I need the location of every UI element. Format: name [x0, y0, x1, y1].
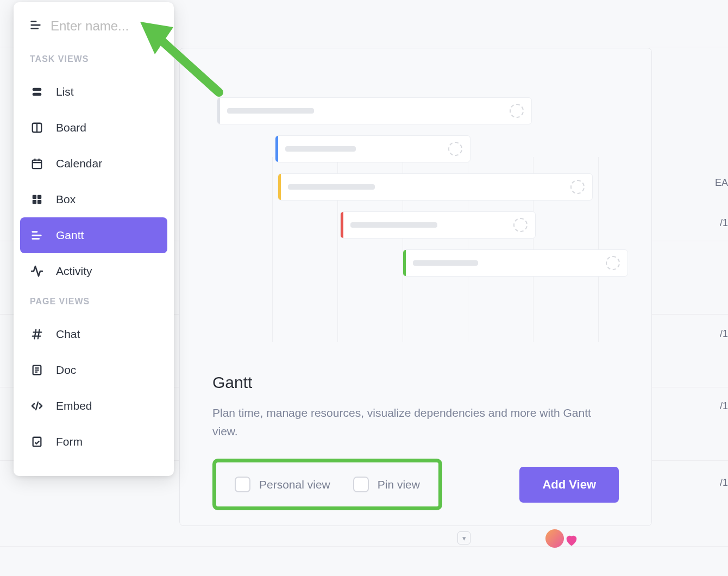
gantt-preview-bar: [278, 173, 593, 201]
options-highlight: Personal view Pin view: [212, 459, 442, 510]
view-item-label: Doc: [56, 364, 76, 377]
view-item-label: Calendar: [56, 157, 102, 170]
pin-view-label: Pin view: [378, 478, 420, 491]
board-icon: [30, 121, 44, 135]
svg-rect-13: [33, 200, 36, 204]
gantt-icon: [30, 19, 42, 33]
view-item-label: List: [56, 85, 74, 98]
view-item-chat[interactable]: Chat: [20, 316, 167, 352]
personal-view-option[interactable]: Personal view: [235, 477, 330, 492]
detail-title: Gantt: [212, 373, 619, 392]
svg-line-20: [34, 330, 36, 339]
svg-line-21: [38, 330, 40, 339]
heart-icon: [564, 533, 579, 548]
personal-view-checkbox[interactable]: [235, 477, 250, 492]
hash-icon: [30, 327, 44, 341]
view-item-list[interactable]: List: [20, 74, 167, 110]
doc-icon: [30, 363, 44, 377]
view-item-label: Activity: [56, 265, 92, 278]
view-item-label: Form: [56, 435, 83, 448]
add-view-button[interactable]: Add View: [519, 467, 619, 503]
svg-rect-3: [33, 88, 42, 91]
svg-rect-27: [33, 437, 41, 447]
svg-rect-14: [37, 200, 41, 204]
view-picker-panel: TASK VIEWS List Board Calendar Box Gantt: [14, 2, 174, 476]
view-item-label: Box: [56, 193, 76, 206]
view-item-box[interactable]: Box: [20, 181, 167, 217]
activity-icon: [30, 264, 44, 278]
embed-icon: [30, 399, 44, 413]
svg-line-26: [36, 402, 38, 410]
calendar-icon: [30, 156, 44, 171]
page-views-header: PAGE VIEWS: [14, 289, 174, 316]
view-name-input[interactable]: [51, 18, 158, 34]
gantt-preview-bar: [275, 135, 470, 162]
view-item-activity[interactable]: Activity: [20, 253, 167, 289]
svg-rect-12: [37, 195, 41, 199]
background-text: EA: [715, 177, 728, 189]
detail-description: Plan time, manage resources, visualize d…: [212, 404, 619, 440]
view-detail-panel: Gantt Plan time, manage resources, visua…: [179, 48, 652, 526]
gantt-preview-bar: [217, 97, 532, 124]
background-text: /1: [720, 328, 728, 340]
background-text: /1: [720, 400, 728, 412]
svg-rect-7: [33, 160, 42, 169]
view-item-embed[interactable]: Embed: [20, 388, 167, 424]
list-icon: [30, 85, 44, 99]
view-item-calendar[interactable]: Calendar: [20, 146, 167, 181]
view-item-form[interactable]: Form: [20, 424, 167, 460]
background-text: /1: [720, 477, 728, 489]
view-item-label: Embed: [56, 399, 92, 412]
gantt-preview: [180, 97, 651, 342]
personal-view-label: Personal view: [259, 478, 330, 491]
gantt-icon: [30, 228, 44, 242]
view-item-doc[interactable]: Doc: [20, 352, 167, 388]
view-item-label: Gantt: [56, 229, 84, 242]
view-item-gantt[interactable]: Gantt: [20, 217, 167, 253]
svg-rect-11: [33, 195, 36, 199]
background-text: /1: [720, 217, 728, 229]
view-item-label: Chat: [56, 328, 80, 341]
gantt-preview-bar: [340, 211, 536, 239]
view-item-board[interactable]: Board: [20, 110, 167, 146]
avatar: [545, 529, 564, 548]
pin-view-option[interactable]: Pin view: [353, 477, 420, 492]
view-item-label: Board: [56, 121, 86, 134]
gantt-preview-bar: [403, 249, 628, 277]
chevron-down-icon: ▾: [457, 531, 470, 544]
task-views-header: TASK VIEWS: [14, 47, 174, 74]
pin-view-checkbox[interactable]: [353, 477, 369, 492]
svg-rect-4: [33, 93, 42, 96]
form-icon: [30, 435, 44, 449]
box-icon: [30, 192, 44, 206]
